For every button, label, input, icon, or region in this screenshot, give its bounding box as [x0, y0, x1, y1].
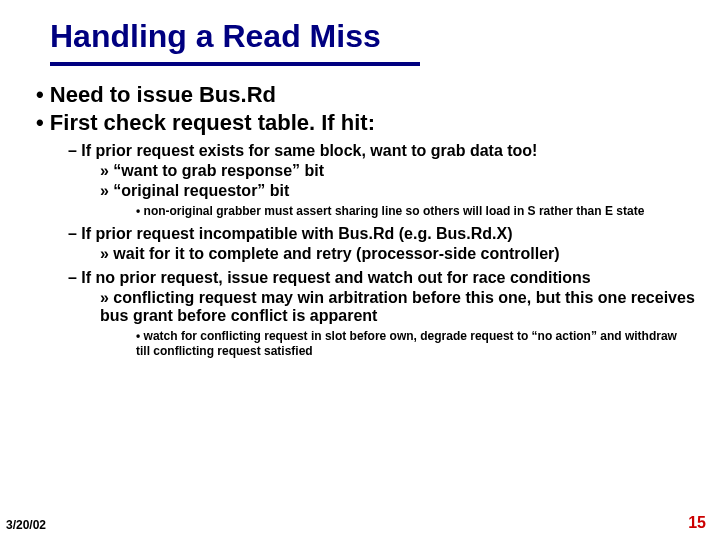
bullet-level3: “original requestor” bit	[100, 182, 696, 200]
bullet-level2: If prior request exists for same block, …	[68, 142, 696, 160]
bullet-level1: First check request table. If hit:	[36, 110, 696, 136]
footer-date: 3/20/02	[6, 518, 46, 532]
bullet-level1: Need to issue Bus.Rd	[36, 82, 696, 108]
page-number: 15	[688, 514, 706, 532]
bullet-level4: non-original grabber must assert sharing…	[136, 204, 696, 219]
bullet-level3: conflicting request may win arbitration …	[100, 289, 696, 325]
bullet-level3: wait for it to complete and retry (proce…	[100, 245, 696, 263]
page-title: Handling a Read Miss	[50, 18, 381, 55]
slide: Handling a Read Miss Need to issue Bus.R…	[0, 0, 720, 540]
slide-body: Need to issue Bus.Rd First check request…	[36, 80, 696, 359]
bullet-level2: If no prior request, issue request and w…	[68, 269, 696, 287]
title-underline	[50, 62, 420, 66]
bullet-level4: watch for conflicting request in slot be…	[136, 329, 696, 359]
bullet-level3: “want to grab response” bit	[100, 162, 696, 180]
bullet-level2: If prior request incompatible with Bus.R…	[68, 225, 696, 243]
